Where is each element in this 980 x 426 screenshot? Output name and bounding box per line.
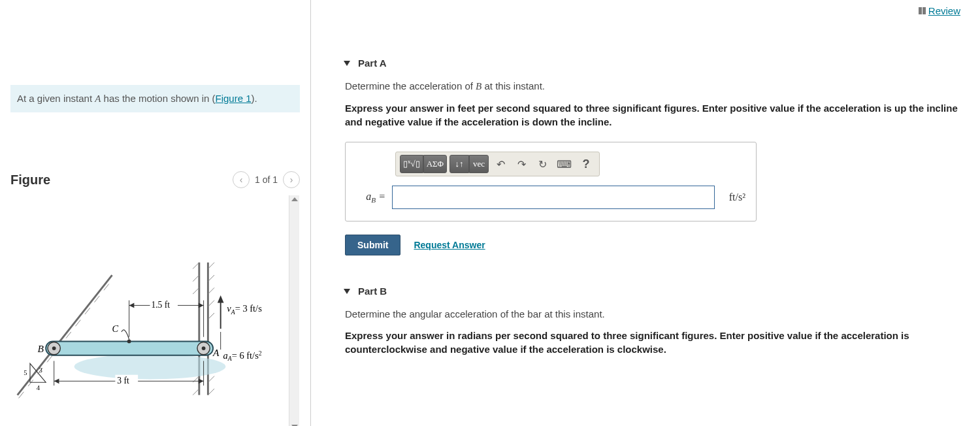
svg-line-0: [18, 275, 112, 395]
aa-label: aA= 6 ft/s2: [223, 350, 262, 363]
part-b-prompt: Determine the angular acceleration of th…: [345, 308, 967, 320]
part-b-header[interactable]: Part B: [344, 286, 967, 297]
svg-point-31: [127, 340, 131, 344]
caret-down-icon: [344, 289, 350, 294]
point-c-label: C: [112, 323, 119, 334]
problem-mid: has the motion shown in (: [101, 93, 215, 104]
part-a-instructions: Express your answer in feet per second s…: [345, 101, 967, 129]
part-a-prompt: Determine the acceleration of B at this …: [345, 80, 967, 92]
figure-link[interactable]: Figure 1: [216, 93, 252, 104]
svg-marker-35: [129, 303, 135, 308]
part-a-title: Part A: [358, 57, 387, 69]
va-label: vA= 3 ft/s: [227, 303, 262, 316]
equation-toolbar: ▯x√▯ ΑΣΦ ↓↑ vec ↶ ↷ ↻ ⌨ ?: [395, 152, 600, 176]
scroll-up-icon[interactable]: [291, 197, 298, 201]
svg-rect-26: [46, 341, 213, 355]
figure-scrollbar[interactable]: [289, 195, 299, 426]
help-button[interactable]: ?: [577, 155, 595, 173]
submit-button[interactable]: Submit: [345, 235, 400, 255]
figure-prev-button[interactable]: ‹: [233, 171, 250, 188]
caret-down-icon: [344, 61, 350, 66]
figure-title: Figure: [10, 172, 50, 188]
figure-canvas: 5 4 3: [11, 195, 289, 426]
reset-button[interactable]: ↻: [533, 155, 551, 173]
point-a-label: A: [212, 347, 220, 358]
svg-marker-41: [54, 378, 59, 384]
incline-hyp: 3: [39, 367, 42, 374]
svg-point-28: [52, 346, 56, 350]
incline-run: 4: [37, 384, 41, 391]
problem-suffix: ).: [252, 93, 257, 104]
point-b-label: B: [38, 343, 44, 354]
figure-nav-text: 1 of 1: [255, 174, 278, 185]
undo-button[interactable]: ↶: [491, 155, 510, 173]
incline-rise: 5: [24, 369, 27, 376]
dim-bottom: 3 ft: [117, 376, 129, 385]
svg-marker-45: [218, 295, 224, 303]
svg-marker-42: [199, 378, 204, 384]
figure-next-button[interactable]: ›: [283, 171, 300, 188]
review-label: Review: [928, 5, 960, 16]
keyboard-button[interactable]: ⌨: [554, 155, 574, 173]
figure-nav: ‹ 1 of 1 ›: [233, 171, 300, 188]
problem-prefix: At a given instant: [17, 93, 95, 104]
review-link[interactable]: Review: [919, 5, 960, 16]
answer-unit: ft/s²: [721, 191, 745, 203]
answer-box: ▯x√▯ ΑΣΦ ↓↑ vec ↶ ↷ ↻ ⌨ ?: [345, 142, 757, 221]
svg-point-25: [74, 354, 226, 380]
book-icon: [919, 7, 926, 14]
vector-button[interactable]: vec: [469, 155, 489, 173]
request-answer-link[interactable]: Request Answer: [414, 240, 485, 250]
svg-marker-36: [199, 303, 204, 308]
answer-label: aB =: [356, 191, 385, 204]
part-a-header[interactable]: Part A: [344, 57, 967, 69]
dim-top: 1.5 ft: [151, 300, 170, 310]
part-b-title: Part B: [358, 286, 387, 297]
subscript-button[interactable]: ↓↑: [449, 155, 469, 173]
problem-statement: At a given instant A has the motion show…: [10, 85, 300, 112]
template-button[interactable]: ▯x√▯: [400, 155, 423, 173]
greek-button[interactable]: ΑΣΦ: [423, 155, 447, 173]
answer-input[interactable]: [392, 186, 715, 209]
part-b-instructions: Express your answer in radians per secon…: [345, 329, 967, 356]
svg-point-30: [202, 346, 206, 350]
redo-button[interactable]: ↷: [512, 155, 531, 173]
